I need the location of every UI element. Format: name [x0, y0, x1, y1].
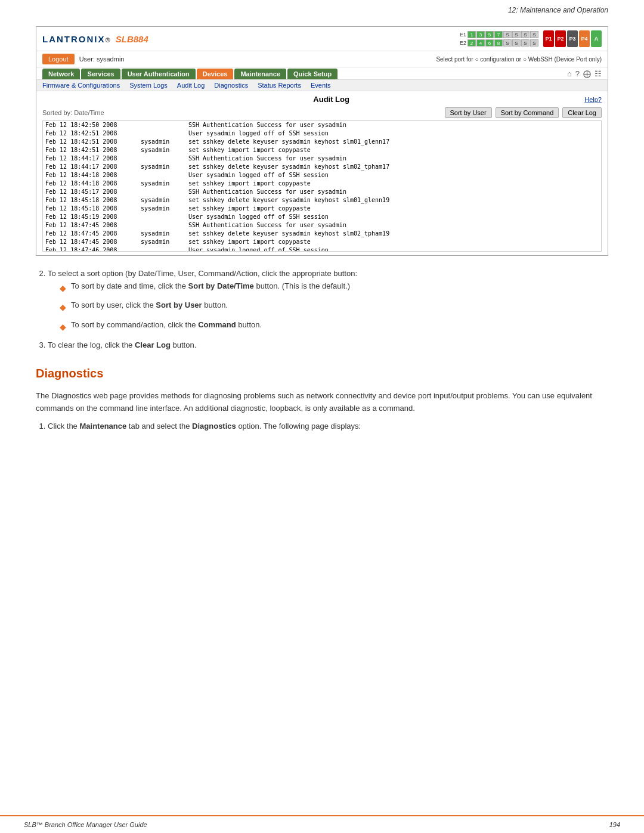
log-action: SSH Authentication Success for user sysa…: [186, 221, 601, 230]
table-row: Feb 12 18:42:50 2008SSH Authentication S…: [43, 121, 601, 129]
p3-btn[interactable]: P3: [567, 30, 578, 47]
log-datetime: Feb 12 18:47:45 2008: [43, 238, 138, 246]
log-user: sysadmin: [138, 138, 186, 146]
refresh-icon[interactable]: ⨁: [583, 69, 591, 78]
table-row: Feb 12 18:47:45 2008SSH Authentication S…: [43, 221, 601, 230]
log-datetime: Feb 12 18:42:51 2008: [43, 138, 138, 146]
log-user: sysadmin: [138, 146, 186, 154]
table-row: Feb 12 18:44:18 2008User sysadmin logged…: [43, 171, 601, 179]
step-2: To select a sort option (by Date/Time, U…: [48, 268, 608, 333]
table-row: Feb 12 18:47:46 2008User sysadmin logged…: [43, 246, 601, 252]
table-row: Feb 12 18:45:19 2008User sysadmin logged…: [43, 213, 601, 221]
log-action: set sshkey import import copypaste: [186, 146, 601, 154]
bullet-date-time: ◆ To sort by date and time, click the So…: [60, 280, 608, 295]
log-datetime: Feb 12 18:44:18 2008: [43, 179, 138, 188]
log-datetime: Feb 12 18:45:18 2008: [43, 205, 138, 213]
logo: LANTRONIX® SLB884: [42, 34, 148, 44]
tab-maintenance[interactable]: Maintenance: [234, 69, 286, 79]
device-ui-screenshot: LANTRONIX® SLB884 E1 1 3 5 7 S: [36, 26, 608, 256]
bullet-command: ◆ To sort by command/action, click the C…: [60, 319, 608, 333]
instructions: To select a sort option (by Date/Time, U…: [36, 268, 608, 433]
log-user: [138, 171, 186, 179]
log-action: set sshkey delete keyuser sysadmin keyho…: [186, 230, 601, 238]
log-datetime: Feb 12 18:45:17 2008: [43, 188, 138, 196]
nav-tabs: Network Services User Authentication Dev…: [36, 67, 608, 80]
diagnostics-heading: Diagnostics: [36, 364, 608, 383]
tab-devices[interactable]: Devices: [197, 69, 234, 79]
footer-left: SLB™ Branch Office Manager User Guide: [24, 821, 147, 828]
tab-network[interactable]: Network: [42, 69, 80, 79]
logout-button[interactable]: Logout: [42, 54, 75, 64]
log-user: [138, 213, 186, 221]
help-icon[interactable]: ?: [575, 69, 580, 78]
table-row: Feb 12 18:42:51 2008User sysadmin logged…: [43, 129, 601, 138]
diagnostics-steps: Click the Maintenance tab and select the…: [36, 420, 608, 433]
log-user: sysadmin: [138, 205, 186, 213]
a-btn[interactable]: A: [591, 30, 602, 47]
sub-nav: Firmware & Configurations System Logs Au…: [36, 80, 608, 91]
log-action: set sshkey import import copypaste: [186, 179, 601, 188]
sorted-by-label: Sorted by: Date/Time: [42, 109, 104, 116]
log-datetime: Feb 12 18:47:45 2008: [43, 230, 138, 238]
log-action: SSH Authentication Success for user sysa…: [186, 154, 601, 163]
sort-by-command-button[interactable]: Sort by Command: [496, 107, 559, 118]
log-datetime: Feb 12 18:47:45 2008: [43, 221, 138, 230]
log-datetime: Feb 12 18:42:51 2008: [43, 146, 138, 154]
table-row: Feb 12 18:42:51 2008sysadminset sshkey i…: [43, 146, 601, 154]
log-action: SSH Authentication Success for user sysa…: [186, 188, 601, 196]
clear-log-button[interactable]: Clear Log: [562, 107, 602, 118]
p2-btn[interactable]: P2: [555, 30, 566, 47]
log-user: [138, 129, 186, 138]
log-user: sysadmin: [138, 196, 186, 205]
footer-page-number: 194: [609, 821, 620, 828]
subnav-firmware[interactable]: Firmware & Configurations: [42, 82, 120, 89]
subnav-audit-log[interactable]: Audit Log: [177, 82, 205, 89]
log-user: [138, 221, 186, 230]
diagnostics-description: The Diagnostics web page provides method…: [36, 390, 608, 415]
audit-log-title: Audit Log: [78, 95, 584, 104]
tab-services[interactable]: Services: [81, 69, 120, 79]
logo-area: LANTRONIX® SLB884: [42, 34, 148, 44]
log-user: [138, 154, 186, 163]
log-user: [138, 188, 186, 196]
log-user: sysadmin: [138, 179, 186, 188]
log-action: User sysadmin logged off of SSH session: [186, 213, 601, 221]
grid-icon[interactable]: ☷: [595, 69, 602, 78]
log-datetime: Feb 12 18:42:50 2008: [43, 121, 138, 129]
log-datetime: Feb 12 18:47:46 2008: [43, 246, 138, 252]
log-action: set sshkey delete keyuser sysadmin keyho…: [186, 138, 601, 146]
chapter-header: 12: Maintenance and Operation: [0, 0, 644, 14]
log-action: User sysadmin logged off of SSH session: [186, 129, 601, 138]
home-icon[interactable]: ⌂: [567, 69, 572, 78]
login-bar: Logout User: sysadmin Select port for ○ …: [36, 51, 608, 67]
table-row: Feb 12 18:45:18 2008sysadminset sshkey i…: [43, 205, 601, 213]
table-row: Feb 12 18:44:18 2008sysadminset sshkey i…: [43, 179, 601, 188]
table-row: Feb 12 18:45:18 2008sysadminset sshkey d…: [43, 196, 601, 205]
audit-section: Audit Log Help? Sorted by: Date/Time Sor…: [36, 91, 608, 255]
log-user: sysadmin: [138, 238, 186, 246]
log-action: set sshkey delete keyuser sysadmin keyho…: [186, 196, 601, 205]
tab-user-authentication[interactable]: User Authentication: [122, 69, 196, 79]
p4-btn[interactable]: P4: [579, 30, 590, 47]
subnav-diagnostics[interactable]: Diagnostics: [214, 82, 248, 89]
log-user: [138, 121, 186, 129]
log-action: set sshkey delete keyuser sysadmin keyho…: [186, 163, 601, 171]
table-row: Feb 12 18:47:45 2008sysadminset sshkey d…: [43, 230, 601, 238]
subnav-system-logs[interactable]: System Logs: [129, 82, 168, 89]
sort-by-user-button[interactable]: Sort by User: [445, 107, 492, 118]
port-select-info: Select port for ○ configuration or ○ Web…: [436, 56, 602, 63]
subnav-events[interactable]: Events: [311, 82, 331, 89]
table-row: Feb 12 18:42:51 2008sysadminset sshkey d…: [43, 138, 601, 146]
log-action: User sysadmin logged off of SSH session: [186, 171, 601, 179]
step-3: To clear the log, click the Clear Log bu…: [48, 339, 608, 352]
login-left: Logout User: sysadmin: [42, 54, 124, 64]
subnav-status-reports[interactable]: Status Reports: [258, 82, 301, 89]
port-indicator-area: E1 1 3 5 7 S S S S E2: [460, 30, 602, 47]
help-link[interactable]: Help?: [584, 96, 602, 103]
log-user: [138, 246, 186, 252]
log-datetime: Feb 12 18:42:51 2008: [43, 129, 138, 138]
table-row: Feb 12 18:47:45 2008sysadminset sshkey i…: [43, 238, 601, 246]
tab-quick-setup[interactable]: Quick Setup: [287, 69, 338, 79]
log-user: sysadmin: [138, 163, 186, 171]
p1-btn[interactable]: P1: [543, 30, 554, 47]
